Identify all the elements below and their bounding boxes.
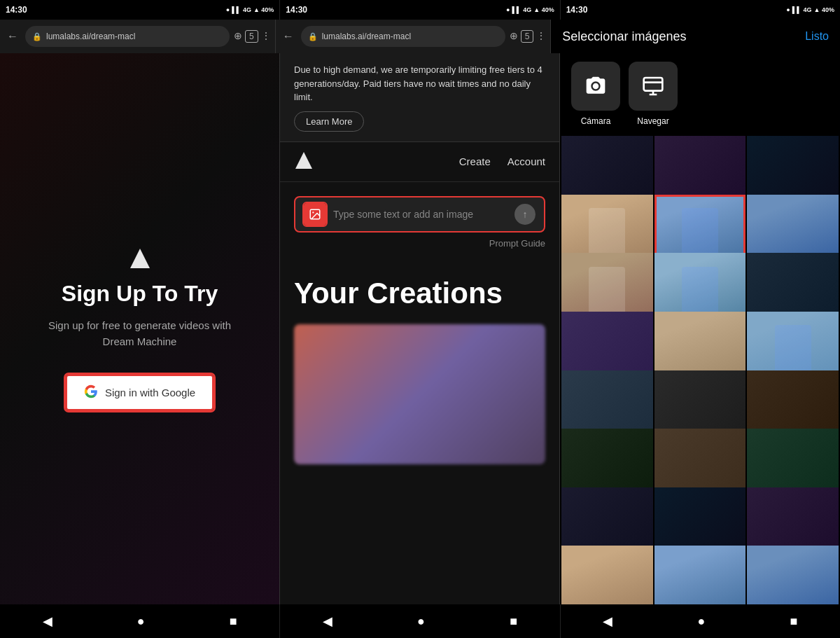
nav-bar-2: ◀ ● ■ — [280, 604, 560, 638]
account-nav-item[interactable]: Account — [507, 155, 545, 167]
browser-actions-2: ⊕ 5 ⋮ — [510, 30, 547, 43]
tab-count-2[interactable]: 5 — [521, 30, 534, 43]
status-bar-1: 14:30 ● ▌▌ 4G ▲ 40% — [0, 0, 280, 20]
learn-more-button[interactable]: Learn More — [294, 111, 364, 132]
status-bar-3: 14:30 ● ▌▌ 4G ▲ 40% — [561, 0, 840, 20]
recent-nav-1[interactable]: ■ — [224, 609, 243, 634]
svg-marker-0 — [130, 249, 150, 268]
status-icons-3: ● ▌▌ 4G ▲ 40% — [786, 6, 834, 13]
status-bar-2: 14:30 ● ▌▌ 4G ▲ 40% — [280, 0, 560, 20]
lock-icon-2: 🔒 — [308, 32, 318, 41]
home-nav-1[interactable]: ● — [132, 609, 150, 634]
signup-title: Sign Up To Try — [34, 281, 246, 307]
panel3-done-button[interactable]: Listo — [805, 30, 829, 43]
gallery-grid — [560, 134, 840, 604]
network-icon-2: 4G — [523, 6, 531, 13]
camera-label: Cámara — [581, 116, 611, 126]
signal-icon-2: ▌▌ — [512, 6, 521, 13]
prompt-placeholder[interactable]: Type some text or add an image — [333, 209, 507, 220]
url-text-2: lumalabs.ai/dream-macl — [322, 32, 498, 41]
image-gallery-panel: Cámara Navegar — [560, 53, 840, 604]
luma-logo-1 — [129, 247, 151, 270]
camera-icon — [571, 62, 620, 111]
browse-icon — [629, 62, 678, 111]
browse-label: Navegar — [637, 116, 668, 126]
time-1: 14:30 — [6, 5, 27, 15]
add-image-icon[interactable] — [304, 203, 326, 226]
status-bars: 14:30 ● ▌▌ 4G ▲ 40% 14:30 ● ▌▌ 4G ▲ 40% … — [0, 0, 840, 20]
back-nav-2[interactable]: ◀ — [317, 608, 338, 634]
gallery-item-24[interactable] — [747, 546, 839, 604]
prompt-guide-link[interactable]: Prompt Guide — [294, 238, 545, 249]
menu-icon-2[interactable]: ⋮ — [536, 30, 546, 43]
status-icons-1: ● ▌▌ 4G ▲ 40% — [226, 6, 274, 13]
google-signin-label: Sign in with Google — [105, 387, 195, 398]
browser-actions-1: ⊕ 5 ⋮ — [234, 30, 271, 43]
panel3-title: Seleccionar imágenes — [562, 29, 686, 44]
back-btn-1[interactable]: ← — [4, 27, 21, 46]
camera-option[interactable]: Cámara — [571, 62, 620, 126]
recent-nav-2[interactable]: ■ — [504, 609, 523, 634]
browser-bar-2: ← 🔒 lumalabs.ai/dream-macl ⊕ 5 ⋮ — [276, 20, 552, 53]
signal-icon-1: ▌▌ — [232, 6, 241, 13]
svg-point-3 — [312, 211, 314, 213]
notice-bar: Due to high demand, we are temporarily l… — [280, 53, 559, 142]
prompt-section: Type some text or add an image ↑ Prompt … — [280, 182, 559, 263]
creations-blur-preview — [294, 324, 545, 464]
gallery-item-22[interactable] — [561, 546, 653, 604]
tab-count-1[interactable]: 5 — [245, 30, 258, 43]
nav-items: Create Account — [459, 155, 545, 167]
recent-nav-3[interactable]: ■ — [785, 609, 804, 634]
lock-icon-1: 🔒 — [32, 32, 42, 41]
url-text-1: lumalabs.ai/dream-macl — [46, 32, 223, 41]
notice-text: Due to high demand, we are temporarily l… — [294, 63, 545, 104]
create-nav-item[interactable]: Create — [459, 155, 491, 167]
nav-bar-1: ◀ ● ■ — [0, 604, 280, 638]
add-tab-icon-2[interactable]: ⊕ — [510, 30, 518, 43]
app-panel: Due to high demand, we are temporarily l… — [280, 53, 560, 604]
status-icons-2: ● ▌▌ 4G ▲ 40% — [506, 6, 554, 13]
gallery-item-23[interactable] — [654, 546, 746, 604]
time-3: 14:30 — [566, 5, 588, 15]
nav-bar-3: ◀ ● ■ — [561, 604, 840, 638]
panel3-header: Seleccionar imágenes Listo — [551, 20, 840, 53]
home-nav-2[interactable]: ● — [412, 609, 430, 634]
url-bar-1[interactable]: 🔒 lumalabs.ai/dream-macl — [25, 26, 230, 47]
main-content: Sign Up To Try Sign up for free to gener… — [0, 53, 840, 604]
dot-icon-1: ● — [226, 6, 230, 13]
battery-icon-2: ▲ 40% — [533, 6, 554, 13]
luma-logo-2 — [294, 151, 314, 173]
nav-bar-row: ◀ ● ■ ◀ ● ■ ◀ ● ■ — [0, 604, 840, 638]
browser-chrome-row: ← 🔒 lumalabs.ai/dream-macl ⊕ 5 ⋮ ← 🔒 lum… — [0, 20, 840, 53]
media-options: Cámara Navegar — [560, 53, 840, 134]
signup-subtitle: Sign up for free to generate videos with… — [0, 318, 279, 349]
svg-rect-4 — [644, 78, 663, 91]
menu-icon-1[interactable]: ⋮ — [261, 30, 271, 43]
add-tab-icon-1[interactable]: ⊕ — [234, 30, 242, 43]
back-nav-3[interactable]: ◀ — [597, 608, 618, 634]
app-nav: Create Account — [280, 142, 559, 182]
battery-icon-1: ▲ 40% — [253, 6, 274, 13]
prompt-input-row[interactable]: Type some text or add an image ↑ — [294, 196, 545, 233]
signup-panel: Sign Up To Try Sign up for free to gener… — [0, 53, 280, 604]
dot-icon-2: ● — [506, 6, 510, 13]
back-btn-2[interactable]: ← — [280, 27, 297, 46]
browser-bar-1: ← 🔒 lumalabs.ai/dream-macl ⊕ 5 ⋮ — [0, 20, 276, 53]
network-icon-3: 4G — [804, 6, 812, 13]
network-icon-1: 4G — [243, 6, 251, 13]
home-nav-3[interactable]: ● — [692, 609, 710, 634]
battery-icon-3: ▲ 40% — [814, 6, 834, 13]
browse-option[interactable]: Navegar — [629, 62, 678, 126]
signal-icon-3: ▌▌ — [792, 6, 802, 13]
prompt-send-button[interactable]: ↑ — [514, 204, 536, 225]
send-arrow-icon: ↑ — [523, 209, 528, 220]
svg-marker-1 — [295, 152, 312, 169]
back-nav-1[interactable]: ◀ — [37, 608, 58, 634]
google-logo-icon — [84, 384, 98, 401]
url-bar-2[interactable]: 🔒 lumalabs.ai/dream-macl — [301, 26, 505, 47]
your-creations-heading: Your Creations — [280, 263, 559, 310]
dot-icon-3: ● — [786, 6, 790, 13]
time-2: 14:30 — [286, 5, 307, 15]
google-signin-button[interactable]: Sign in with Google — [66, 375, 214, 410]
